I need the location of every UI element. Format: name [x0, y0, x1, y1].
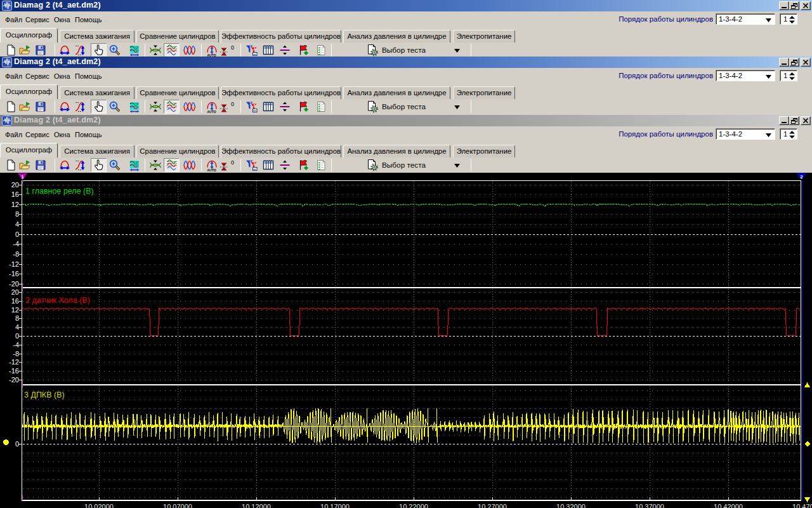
svg-text:-12: -12 — [9, 358, 19, 366]
svg-text:2: 2 — [800, 174, 803, 180]
svg-text:0: 0 — [15, 440, 19, 448]
svg-text:-20: -20 — [9, 280, 19, 288]
svg-text:8: 8 — [15, 210, 19, 218]
svg-text:10.02000: 10.02000 — [84, 503, 114, 508]
svg-text:-12: -12 — [9, 260, 19, 268]
svg-text:-8: -8 — [13, 350, 19, 358]
svg-text:-4: -4 — [13, 240, 19, 248]
svg-text:10.27000: 10.27000 — [478, 503, 507, 508]
svg-text:10.47000: 10.47000 — [792, 503, 812, 508]
svg-text:20: 20 — [11, 181, 19, 189]
svg-text:16: 16 — [11, 297, 19, 305]
svg-text:10.32000: 10.32000 — [556, 503, 586, 508]
svg-text:10.42000: 10.42000 — [714, 503, 743, 508]
svg-text:16: 16 — [11, 190, 19, 198]
svg-text:-16: -16 — [9, 270, 19, 277]
svg-text:20: 20 — [11, 288, 19, 296]
svg-text:1 главное реле (В): 1 главное реле (В) — [25, 187, 94, 196]
svg-text:12: 12 — [11, 201, 19, 208]
svg-text:-8: -8 — [13, 250, 19, 258]
svg-text:2 датчик Хола (В): 2 датчик Хола (В) — [25, 296, 90, 305]
svg-text:-16: -16 — [9, 367, 19, 375]
svg-text:10.22000: 10.22000 — [399, 503, 428, 508]
svg-text:4: 4 — [15, 323, 19, 331]
svg-text:3 ДПКВ (В): 3 ДПКВ (В) — [24, 391, 65, 399]
svg-text:-4: -4 — [13, 341, 19, 349]
svg-text:4: 4 — [15, 220, 19, 228]
svg-text:1: 1 — [21, 174, 24, 180]
svg-text:-20: -20 — [9, 376, 19, 384]
svg-text:10.12000: 10.12000 — [242, 503, 271, 508]
svg-text:0: 0 — [15, 231, 19, 238]
svg-text:10.17000: 10.17000 — [320, 503, 350, 508]
svg-text:10.07000: 10.07000 — [163, 503, 192, 508]
svg-text:12: 12 — [11, 306, 19, 314]
svg-text:10.37000: 10.37000 — [635, 503, 664, 508]
svg-text:8: 8 — [15, 314, 19, 322]
svg-text:0: 0 — [15, 332, 19, 340]
